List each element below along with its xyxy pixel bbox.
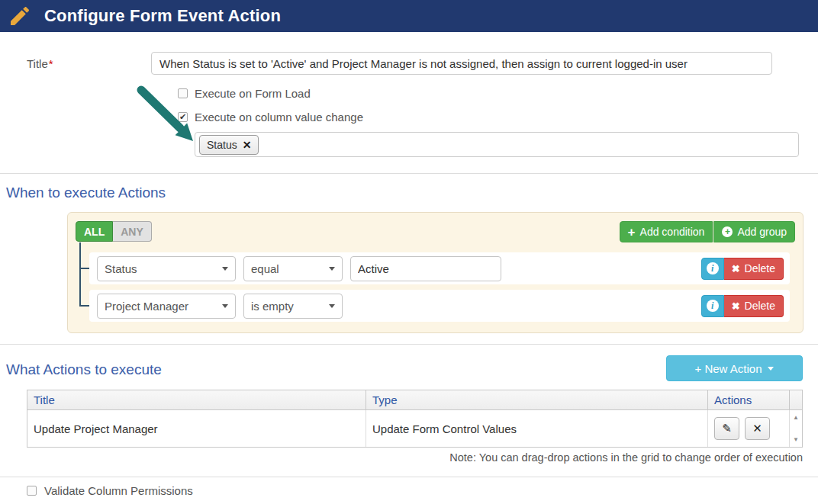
plus-icon: + — [628, 226, 636, 239]
section-divider — [0, 173, 818, 174]
circle-plus-icon: + — [722, 226, 733, 237]
column-header-type: Type — [366, 390, 708, 409]
add-condition-button[interactable]: + Add condition — [620, 221, 713, 242]
condition-info-button[interactable]: i — [701, 258, 724, 280]
action-buttons-cell: ✎ ✕ — [708, 410, 790, 447]
all-any-toggle: ALL ANY — [76, 221, 152, 242]
new-action-button[interactable]: + New Action — [666, 355, 803, 381]
caret-down-icon — [768, 367, 774, 371]
column-tag-label: Status — [207, 139, 237, 151]
execute-on-column-change-label: Execute on column value change — [195, 111, 363, 124]
add-group-button[interactable]: + Add group — [713, 221, 795, 242]
form-section: Title* Execute on Form Load Execute on c… — [0, 32, 818, 157]
column-header-title: Title — [27, 390, 366, 409]
x-icon: ✕ — [752, 422, 762, 435]
field-select[interactable]: Project Manager — [97, 294, 236, 319]
info-icon: i — [707, 300, 719, 312]
page-title: Configure Form Event Action — [44, 6, 281, 26]
condition-value-input[interactable] — [350, 256, 501, 281]
toggle-any-button[interactable]: ANY — [113, 221, 152, 242]
x-icon: ✖ — [732, 264, 740, 274]
pencil-icon — [8, 4, 32, 28]
field-select[interactable]: Status — [97, 256, 236, 281]
chevron-down-icon — [329, 304, 335, 308]
operator-select[interactable]: is empty — [243, 294, 343, 319]
section-divider — [0, 477, 818, 477]
annotation-arrow-icon — [134, 85, 201, 147]
drag-drop-note: Note: You can drag-drop actions in the g… — [0, 451, 803, 464]
column-tags-input[interactable]: Status ✕ — [195, 132, 799, 157]
validate-column-permissions-checkbox[interactable] — [27, 486, 37, 496]
condition-delete-button[interactable]: ✖ Delete — [724, 295, 784, 317]
info-icon: i — [707, 262, 719, 274]
chevron-down-icon — [222, 304, 228, 308]
action-title-cell: Update Project Manager — [27, 410, 366, 447]
edit-action-button[interactable]: ✎ — [714, 417, 739, 440]
condition-info-button[interactable]: i — [701, 295, 724, 317]
execute-on-form-load-label: Execute on Form Load — [195, 87, 311, 100]
scroll-up-icon[interactable]: ▲ — [793, 415, 799, 421]
required-asterisk: * — [49, 57, 53, 70]
tag-remove-icon[interactable]: ✕ — [243, 140, 252, 150]
validate-column-permissions-label: Validate Column Permissions — [44, 484, 193, 497]
condition-rules-list: Status equal i ✖ Delete Project Manager — [79, 252, 795, 322]
column-tag: Status ✕ — [199, 135, 259, 155]
when-section-title: When to execute Actions — [6, 185, 818, 201]
condition-delete-button[interactable]: ✖ Delete — [724, 258, 784, 280]
condition-row: Project Manager is empty i ✖ Delete — [89, 290, 790, 322]
operator-select[interactable]: equal — [243, 256, 343, 281]
table-row[interactable]: Update Project Manager Update Form Contr… — [27, 410, 803, 448]
section-divider — [0, 344, 818, 345]
actions-table: Title Type Actions Update Project Manage… — [27, 390, 803, 448]
condition-row: Status equal i ✖ Delete — [89, 252, 790, 284]
delete-action-button[interactable]: ✕ — [745, 417, 770, 440]
chevron-down-icon — [329, 267, 335, 271]
condition-builder-panel: ALL ANY + Add condition + Add group Stat… — [67, 212, 804, 333]
pencil-icon: ✎ — [722, 422, 732, 435]
toggle-all-button[interactable]: ALL — [76, 221, 113, 242]
actions-section-title: What Actions to execute — [6, 361, 162, 378]
x-icon: ✖ — [732, 301, 740, 311]
title-input[interactable] — [151, 52, 772, 75]
chevron-down-icon — [222, 267, 228, 271]
dialog-header: Configure Form Event Action — [0, 0, 818, 32]
scroll-down-icon[interactable]: ▼ — [793, 437, 799, 443]
column-header-actions: Actions — [708, 390, 790, 409]
action-type-cell: Update Form Control Values — [366, 410, 708, 447]
column-header-spacer — [790, 390, 802, 409]
table-scrollbar[interactable]: ▲ ▼ — [790, 410, 802, 447]
title-label: Title* — [0, 52, 151, 75]
actions-table-header: Title Type Actions — [27, 390, 803, 410]
